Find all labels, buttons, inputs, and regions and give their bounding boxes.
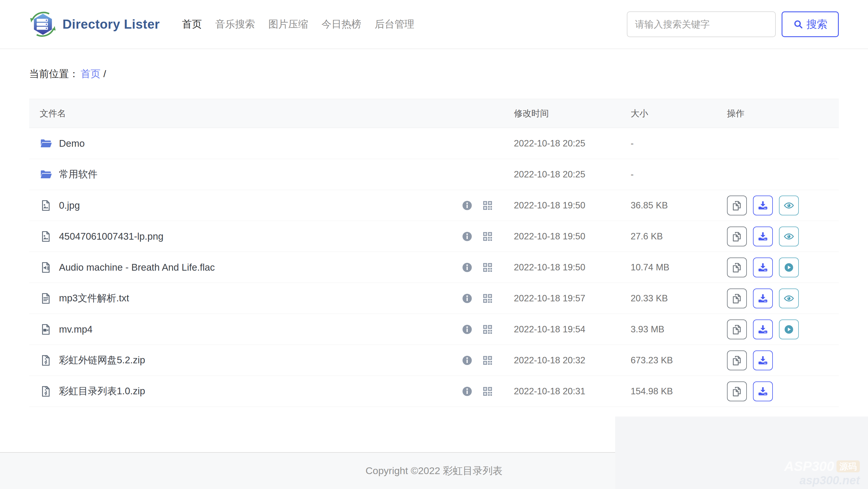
search-bar: 搜索 bbox=[627, 11, 839, 37]
breadcrumb-label: 当前位置： bbox=[29, 68, 79, 79]
row-actions bbox=[727, 319, 839, 339]
copy-link-button[interactable] bbox=[727, 350, 747, 370]
file-name-link[interactable]: 彩虹目录列表1.0.zip bbox=[59, 385, 145, 398]
modified-time: 2022-10-18 19:50 bbox=[514, 262, 631, 273]
modified-time: 2022-10-18 20:25 bbox=[514, 138, 631, 149]
qrcode-icon[interactable] bbox=[482, 231, 493, 242]
qrcode-icon[interactable] bbox=[482, 200, 493, 211]
nav-item-image-compress[interactable]: 图片压缩 bbox=[268, 18, 308, 31]
copy-link-button[interactable] bbox=[727, 381, 747, 401]
nav-item-home[interactable]: 首页 bbox=[182, 18, 202, 31]
column-header-modified: 修改时间 bbox=[514, 108, 631, 119]
download-button[interactable] bbox=[753, 288, 773, 308]
info-icon[interactable] bbox=[461, 323, 473, 335]
qrcode-icon[interactable] bbox=[482, 293, 493, 304]
copy-icon bbox=[731, 386, 742, 397]
table-body: Demo 2022-10-18 20:25 - 常用软件 2022-10-18 … bbox=[29, 128, 839, 407]
table-row: 常用软件 2022-10-18 20:25 - bbox=[29, 159, 839, 190]
nav-item-hot-list[interactable]: 今日热榜 bbox=[321, 18, 361, 31]
copyright-text: Copyright ©2022 彩虹目录列表 bbox=[366, 464, 502, 478]
folder-open-icon bbox=[40, 137, 52, 150]
directory-lister-logo-icon bbox=[29, 10, 57, 38]
download-icon bbox=[757, 231, 769, 242]
nav-item-music-search[interactable]: 音乐搜索 bbox=[215, 18, 255, 31]
file-size: 154.98 KB bbox=[631, 386, 727, 397]
nav-item-admin[interactable]: 后台管理 bbox=[375, 18, 414, 31]
play-button[interactable] bbox=[779, 319, 799, 339]
text-file-icon bbox=[40, 292, 52, 305]
info-icon[interactable] bbox=[461, 231, 473, 242]
download-icon bbox=[757, 293, 769, 304]
table-row: mp3文件解析.txt 2022-10-18 19:57 20.33 KB bbox=[29, 283, 839, 314]
download-button[interactable] bbox=[753, 319, 773, 339]
file-name-link[interactable]: mv.mp4 bbox=[59, 324, 93, 335]
file-name-link[interactable]: 彩虹外链网盘5.2.zip bbox=[59, 354, 145, 367]
overlay-panel: ASP300源码 asp300.net bbox=[615, 416, 868, 489]
download-button[interactable] bbox=[753, 381, 773, 401]
qrcode-icon[interactable] bbox=[482, 354, 493, 366]
download-button[interactable] bbox=[753, 258, 773, 278]
copy-link-button[interactable] bbox=[727, 288, 747, 308]
table-row: mv.mp4 2022-10-18 19:54 3.93 MB bbox=[29, 314, 839, 345]
preview-button[interactable] bbox=[779, 196, 799, 215]
breadcrumb-home-link[interactable]: 首页 bbox=[81, 68, 100, 79]
search-input[interactable] bbox=[627, 11, 776, 37]
qrcode-icon[interactable] bbox=[482, 323, 493, 335]
file-size: 20.33 KB bbox=[631, 293, 727, 304]
play-button[interactable] bbox=[779, 258, 799, 278]
copy-icon bbox=[731, 355, 742, 366]
copy-link-button[interactable] bbox=[727, 319, 747, 339]
file-name-link[interactable]: 常用软件 bbox=[59, 168, 97, 181]
copy-icon bbox=[731, 200, 742, 211]
table-row: 彩虹目录列表1.0.zip 2022-10-18 20:31 154.98 KB bbox=[29, 376, 839, 407]
modified-time: 2022-10-18 19:50 bbox=[514, 231, 631, 242]
brand-logo[interactable]: Directory Lister bbox=[29, 10, 160, 38]
info-icon[interactable] bbox=[461, 385, 473, 397]
qrcode-icon[interactable] bbox=[482, 262, 493, 273]
image-file-icon bbox=[40, 199, 52, 211]
download-button[interactable] bbox=[753, 350, 773, 370]
copy-link-button[interactable] bbox=[727, 258, 747, 278]
file-name-link[interactable]: 45047061007431-lp.png bbox=[59, 231, 163, 242]
table-row: Demo 2022-10-18 20:25 - bbox=[29, 128, 839, 159]
folder-open-icon bbox=[40, 168, 52, 181]
column-header-actions: 操作 bbox=[727, 108, 839, 119]
column-header-filename: 文件名 bbox=[29, 108, 514, 119]
file-name-link[interactable]: Audio machine - Breath And Life.flac bbox=[59, 262, 215, 273]
file-size: 3.93 MB bbox=[631, 324, 727, 335]
preview-button[interactable] bbox=[779, 288, 799, 308]
preview-button[interactable] bbox=[779, 227, 799, 247]
modified-time: 2022-10-18 19:50 bbox=[514, 200, 631, 211]
info-icon[interactable] bbox=[461, 293, 473, 304]
qrcode-icon[interactable] bbox=[482, 385, 493, 397]
file-size: 36.85 KB bbox=[631, 200, 727, 211]
info-icon[interactable] bbox=[461, 262, 473, 273]
eye-icon bbox=[783, 231, 795, 242]
zip-file-icon bbox=[40, 354, 52, 367]
file-name-link[interactable]: mp3文件解析.txt bbox=[59, 292, 129, 305]
download-button[interactable] bbox=[753, 196, 773, 215]
eye-icon bbox=[783, 293, 795, 304]
info-icon[interactable] bbox=[461, 200, 473, 211]
file-size: 27.6 KB bbox=[631, 231, 727, 242]
search-button[interactable]: 搜索 bbox=[782, 11, 839, 37]
copy-link-button[interactable] bbox=[727, 227, 747, 247]
modified-time: 2022-10-18 20:32 bbox=[514, 355, 631, 366]
play-icon bbox=[783, 324, 795, 335]
table-row: 45047061007431-lp.png 2022-10-18 19:50 2… bbox=[29, 221, 839, 252]
video-file-icon bbox=[40, 323, 52, 336]
copy-icon bbox=[731, 324, 742, 335]
file-name-link[interactable]: 0.jpg bbox=[59, 200, 80, 211]
file-name-link[interactable]: Demo bbox=[59, 138, 85, 149]
copy-link-button[interactable] bbox=[727, 196, 747, 215]
play-icon bbox=[783, 262, 795, 273]
app-header: Directory Lister 首页 音乐搜索 图片压缩 今日热榜 后台管理 … bbox=[0, 0, 868, 49]
row-actions bbox=[727, 381, 839, 401]
download-button[interactable] bbox=[753, 227, 773, 247]
info-icon[interactable] bbox=[461, 354, 473, 366]
search-icon bbox=[793, 19, 804, 30]
table-row: 0.jpg 2022-10-18 19:50 36.85 KB bbox=[29, 190, 839, 221]
file-size: - bbox=[631, 169, 727, 180]
download-icon bbox=[757, 386, 769, 397]
file-size: - bbox=[631, 138, 727, 149]
